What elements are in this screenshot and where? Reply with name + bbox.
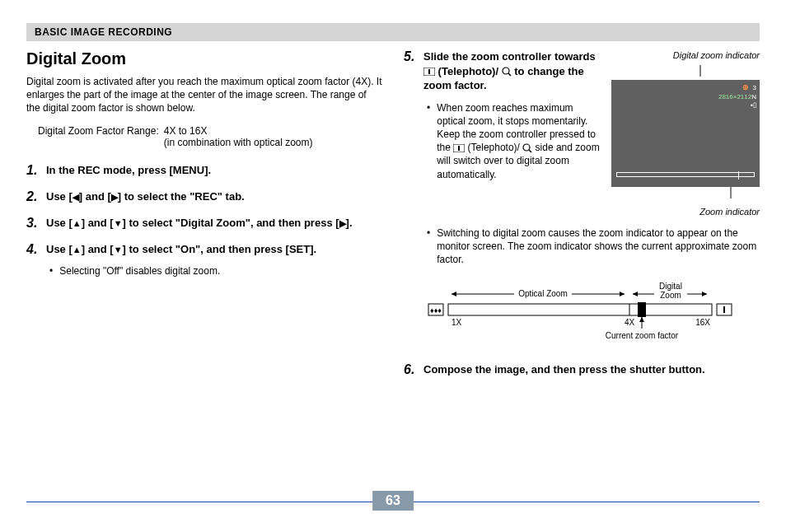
lcd-screen: ⊕ 3 2816×2112N ▪▯ — [611, 80, 760, 187]
digital-zoom-indicator-label: Digital zoom indicator — [611, 49, 760, 62]
t: ] to select the "REC" tab. — [118, 190, 245, 203]
up-arrow-icon: ▲ — [73, 217, 82, 230]
svg-rect-1 — [428, 69, 430, 74]
step-6: 6. Compose the image, and then press the… — [404, 362, 760, 377]
svg-line-7 — [529, 150, 531, 152]
step-1: 1. In the REC mode, press [MENU]. — [26, 163, 382, 178]
magnifier-icon — [522, 143, 532, 153]
t: ] and [ — [82, 243, 114, 255]
telephoto-icon — [423, 68, 435, 76]
step-3: 3. Use [▲] and [▼] to select "Digital Zo… — [26, 216, 382, 231]
range-label: Digital Zoom Factor Range: — [38, 125, 159, 148]
step-text: Compose the image, and then press the sh… — [423, 363, 705, 376]
section-header: BASIC IMAGE RECORDING — [26, 23, 760, 41]
optical-zoom-label: Optical Zoom — [518, 289, 567, 298]
step-sublist: When zoom reaches maximum optical zoom, … — [423, 101, 603, 181]
step-text: Use [◀] and [▶] to select the "REC" tab. — [46, 189, 382, 204]
steps-list-left: 1. In the REC mode, press [MENU]. 2. Use… — [26, 163, 382, 283]
t: ]. — [346, 217, 353, 229]
t: Selecting "Off" disables digital zoom. — [59, 264, 220, 278]
step-number: 4. — [26, 242, 46, 283]
current-zoom-label: Current zoom factor — [606, 331, 679, 340]
telephoto-icon — [453, 144, 465, 152]
t: ] and [ — [82, 217, 114, 229]
tick-4x: 4X — [625, 318, 635, 327]
zoom-indicator-label: Zoom indicator — [611, 206, 760, 218]
svg-rect-18 — [448, 304, 712, 315]
step-number: 2. — [26, 189, 46, 204]
svg-rect-20 — [638, 302, 646, 317]
quality-letter: N — [751, 93, 756, 100]
tick-16x: 16X — [695, 318, 710, 327]
svg-rect-23 — [723, 306, 725, 313]
down-arrow-icon: ▼ — [114, 217, 123, 230]
svg-marker-11 — [451, 292, 456, 296]
page-footer: 63 — [26, 491, 760, 514]
zoom-mag-icon: ⊕ — [742, 83, 749, 91]
t: Switching to digital zoom causes the zoo… — [437, 226, 760, 267]
step-text: Use [▲] and [▼] to select "Digital Zoom"… — [46, 216, 382, 231]
right-arrow-icon: ▶ — [111, 191, 118, 203]
t: (Telephoto)/ — [465, 142, 522, 153]
shot-count: 3 — [753, 84, 756, 91]
step-number: 5. — [404, 49, 423, 351]
range-note: (in combination with optical zoom) — [164, 137, 313, 148]
content-columns: Digital Zoom Digital zoom is activated a… — [26, 49, 760, 389]
leader-line-bottom — [611, 187, 760, 198]
t: ] to select "On", and then press [SET]. — [123, 243, 317, 255]
t: Use [ — [46, 217, 73, 229]
step-sublist: Switching to digital zoom causes the zoo… — [423, 226, 760, 267]
intro-paragraph: Digital zoom is activated after you reac… — [26, 75, 382, 115]
range-value: 4X to 16X — [164, 125, 313, 137]
battery-icon: ▪▯ — [718, 101, 756, 110]
step-text: Use [▲] and [▼] to select "On", and then… — [46, 242, 382, 257]
svg-rect-5 — [458, 146, 460, 151]
svg-point-2 — [503, 68, 509, 74]
right-arrow-icon: ▶ — [339, 217, 346, 230]
step-2: 2. Use [◀] and [▶] to select the "REC" t… — [26, 189, 382, 204]
down-arrow-icon: ▼ — [114, 244, 123, 256]
svg-line-3 — [508, 73, 511, 76]
left-column: Digital Zoom Digital zoom is activated a… — [26, 49, 382, 389]
step-5: 5. Slide the zoom controller towards (Te… — [404, 49, 760, 351]
step-number: 3. — [26, 216, 46, 231]
zoom-bar-marker — [738, 171, 739, 180]
step-sublist: Selecting "Off" disables digital zoom. — [46, 264, 382, 278]
resolution-text: 2816×2112 — [718, 93, 751, 100]
step-4: 4. Use [▲] and [▼] to select "On", and t… — [26, 242, 382, 283]
t: ] to select "Digital Zoom", and then pre… — [123, 217, 339, 229]
left-arrow-icon: ◀ — [73, 191, 79, 203]
page-number: 63 — [372, 491, 414, 511]
t: Use [ — [46, 243, 73, 255]
leader-line-top — [611, 65, 760, 77]
t: (Telephoto)/ — [435, 65, 502, 77]
svg-marker-25 — [639, 317, 644, 322]
zoom-range-diagram: Optical Zoom Digital Zoom ♦♦♦ — [423, 278, 737, 343]
t: Slide the zoom controller towards — [423, 50, 596, 63]
sub-item: When zoom reaches maximum optical zoom, … — [423, 101, 603, 181]
sub-item: Switching to digital zoom causes the zoo… — [423, 226, 760, 267]
step-text: In the REC mode, press [MENU]. — [46, 164, 211, 176]
digital-zoom-label-1: Digital — [659, 282, 682, 291]
tick-1x: 1X — [451, 318, 462, 327]
svg-point-6 — [523, 144, 530, 151]
magnifier-icon — [502, 67, 512, 77]
t: ] and [ — [79, 190, 111, 203]
digital-zoom-label-2: Zoom — [660, 291, 681, 300]
step-text: Slide the zoom controller towards (Telep… — [423, 49, 603, 93]
lcd-preview-block: Digital zoom indicator ⊕ 3 2816×2112N ▪▯ — [611, 49, 760, 218]
step-number: 6. — [404, 362, 423, 377]
sub-item: Selecting "Off" disables digital zoom. — [46, 264, 382, 278]
svg-marker-12 — [620, 292, 625, 296]
zoom-range-block: Digital Zoom Factor Range: 4X to 16X (in… — [38, 125, 382, 148]
zoom-bar — [616, 172, 755, 177]
steps-list-right: 5. Slide the zoom controller towards (Te… — [404, 49, 760, 377]
step-number: 1. — [26, 163, 46, 178]
t: Use [ — [46, 190, 73, 203]
svg-marker-15 — [633, 292, 638, 296]
svg-marker-16 — [702, 292, 707, 296]
t: When zoom reaches maximum optical zoom, … — [437, 101, 603, 181]
up-arrow-icon: ▲ — [73, 244, 82, 256]
wide-icon: ♦♦♦ — [430, 306, 442, 315]
page-title: Digital Zoom — [26, 49, 382, 68]
